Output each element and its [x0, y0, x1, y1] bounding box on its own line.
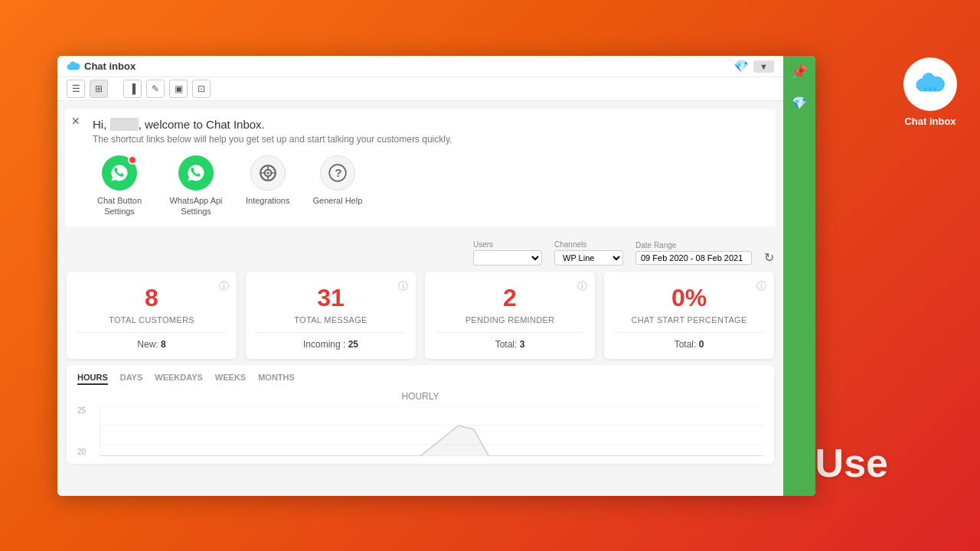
- toolbar-icon-chart[interactable]: ▐: [123, 80, 142, 98]
- integrations-label: Integrations: [246, 195, 289, 206]
- pin-icon[interactable]: 📌: [791, 64, 808, 80]
- total-message-sub: Incoming : 25: [256, 339, 405, 350]
- total-message-value: 31: [256, 284, 405, 312]
- chart-section: HOURS DAYS WEEKDAYS WEEKS MONTHS HOURLY …: [67, 365, 774, 464]
- welcome-subtext: The shortcut links below will help you g…: [93, 134, 763, 145]
- stat-info-icon-message[interactable]: ⓘ: [398, 279, 408, 293]
- users-filter: Users: [473, 240, 542, 266]
- channels-select[interactable]: WP Line: [554, 250, 623, 266]
- total-customers-value: 8: [77, 284, 226, 312]
- tab-days[interactable]: DAYS: [120, 373, 143, 385]
- welcome-greeting: Hi, , welcome to Chat Inbox.: [93, 118, 763, 131]
- stat-card-total-customers: ⓘ 8 TOTAL CUSTOMERS New: 8: [67, 272, 237, 359]
- stat-info-icon-customers[interactable]: ⓘ: [219, 279, 229, 293]
- whatsapp-icon: [102, 155, 137, 191]
- date-range-filter: Date Range: [635, 241, 752, 265]
- tab-hours[interactable]: HOURS: [77, 373, 108, 385]
- help-icon: ?: [320, 155, 355, 191]
- quick-link-chat-button[interactable]: Chat Button Settings: [93, 155, 146, 217]
- chart-svg: [77, 406, 763, 456]
- chat-start-value: 0%: [615, 284, 763, 312]
- tab-weeks[interactable]: WEEKS: [215, 373, 246, 385]
- toolbar-row: ☰ ⊞ ▐ ✎ ▣ ⊡: [57, 77, 783, 101]
- general-help-label: General Help: [312, 195, 362, 206]
- chat-button-settings-label: Chat Button Settings: [93, 195, 146, 217]
- diamond-icon: 💎: [733, 59, 749, 73]
- stats-filters: Users Channels WP Line Date Range ↻: [57, 234, 783, 269]
- right-sidebar-diamond-icon: 💎: [792, 96, 807, 110]
- toolbar-icon-grid[interactable]: ⊞: [90, 80, 108, 98]
- chart-area: 25 20: [77, 406, 763, 456]
- integrations-icon: [250, 155, 286, 191]
- toolbar-icon-inbox[interactable]: ☰: [67, 80, 85, 98]
- chat-start-sub: Total: 0: [615, 339, 763, 350]
- app-title: Chat inbox: [84, 60, 136, 72]
- channels-label: Channels: [554, 240, 623, 249]
- toolbar-icon-layout[interactable]: ⊡: [192, 80, 211, 98]
- channels-filter: Channels WP Line: [554, 240, 623, 266]
- right-sidebar: 📌 💎: [783, 56, 815, 496]
- app-window: Chat inbox 💎 ▼ ☰ ⊞ ▐ ✎ ▣ ⊡ ✕: [57, 56, 815, 496]
- total-customers-sub: New: 8: [77, 339, 226, 350]
- chart-tabs: HOURS DAYS WEEKDAYS WEEKS MONTHS: [77, 373, 763, 385]
- stat-card-pending-reminder: ⓘ 2 PENDING REMINDER Total: 3: [425, 272, 595, 359]
- welcome-text: Hi, , welcome to Chat Inbox. The shortcu…: [77, 118, 763, 145]
- tab-weekdays[interactable]: WEEKDAYS: [155, 373, 203, 385]
- top-bar: Chat inbox 💎 ▼: [57, 56, 783, 77]
- chart-title: HOURLY: [77, 391, 763, 402]
- close-banner-button[interactable]: ✕: [71, 115, 80, 127]
- sidebar-cloud-icon: [903, 57, 957, 111]
- stat-info-icon-reminder[interactable]: ⓘ: [577, 279, 587, 293]
- svg-point-4: [73, 67, 74, 69]
- date-range-label: Date Range: [635, 241, 752, 249]
- stat-card-chat-start: ⓘ 0% CHAT START PERCENTAGE Total: 0: [604, 272, 774, 359]
- total-message-name: TOTAL MESSAGE: [256, 315, 405, 324]
- pending-reminder-name: PENDING REMINDER: [436, 315, 584, 324]
- svg-point-1: [929, 87, 932, 90]
- welcome-banner: ✕ Hi, , welcome to Chat Inbox. The short…: [65, 109, 776, 227]
- toolbar-icon-edit[interactable]: ✎: [146, 80, 165, 98]
- toolbar-icon-image[interactable]: ▣: [169, 80, 188, 98]
- sidebar-icon-container: Chat inbox: [903, 57, 957, 129]
- top-bar-right: 💎 ▼: [733, 59, 774, 73]
- y-label-20: 20: [77, 448, 86, 456]
- pending-reminder-value: 2: [436, 284, 584, 312]
- total-customers-name: TOTAL CUSTOMERS: [77, 315, 226, 324]
- svg-point-2: [933, 87, 936, 90]
- whatsapp-api-settings-label: WhatsApp Api Settings: [169, 195, 223, 217]
- app-logo: Chat inbox: [67, 60, 136, 73]
- stat-info-icon-chat-start[interactable]: ⓘ: [756, 279, 766, 293]
- svg-point-3: [70, 67, 72, 69]
- username-placeholder: [110, 118, 139, 131]
- y-label-25: 25: [77, 406, 86, 415]
- users-select[interactable]: [473, 250, 542, 266]
- svg-point-5: [75, 67, 77, 69]
- notification-dot: [128, 155, 137, 165]
- stat-card-total-message: ⓘ 31 TOTAL MESSAGE Incoming : 25: [246, 272, 416, 359]
- quick-link-whatsapp-api[interactable]: WhatsApp Api Settings: [169, 155, 223, 217]
- svg-point-6: [266, 171, 269, 174]
- users-label: Users: [473, 240, 542, 249]
- refresh-button[interactable]: ↻: [764, 250, 774, 265]
- svg-text:?: ?: [335, 166, 341, 179]
- top-right-button[interactable]: ▼: [753, 60, 774, 73]
- date-range-input[interactable]: [635, 251, 752, 265]
- stats-cards: ⓘ 8 TOTAL CUSTOMERS New: 8 ⓘ 31 TOTAL ME…: [57, 269, 783, 365]
- quick-link-integrations[interactable]: Integrations: [246, 155, 289, 217]
- svg-point-0: [924, 87, 927, 90]
- quick-links: Chat Button Settings WhatsApp Api Settin…: [77, 155, 763, 217]
- quick-link-general-help[interactable]: ? General Help: [312, 155, 362, 217]
- chat-start-name: CHAT START PERCENTAGE: [615, 315, 763, 324]
- top-bar-left: Chat inbox: [67, 60, 136, 73]
- sidebar-app-label: Chat inbox: [904, 116, 956, 129]
- whatsapp-api-icon: [178, 155, 214, 191]
- tab-months[interactable]: MONTHS: [258, 373, 295, 385]
- chart-y-labels: 25 20: [77, 406, 90, 456]
- pending-reminder-sub: Total: 3: [436, 339, 584, 350]
- content-area: ✕ Hi, , welcome to Chat Inbox. The short…: [57, 101, 783, 496]
- main-content: Chat inbox 💎 ▼ ☰ ⊞ ▐ ✎ ▣ ⊡ ✕: [57, 56, 783, 496]
